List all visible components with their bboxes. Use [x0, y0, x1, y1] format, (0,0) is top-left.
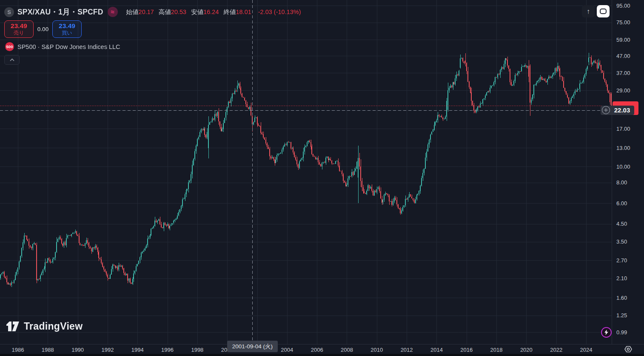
lightning-bolt-icon [604, 330, 609, 335]
symbol-legend-row: S SPX/XAU・1月・SPCFD ≈ 始値20.17 高値20.53 安値1… [4, 7, 301, 17]
tradingview-logo[interactable]: TradingView [6, 321, 83, 332]
candlestick-chart-canvas[interactable] [0, 0, 612, 344]
crosshair-price-pill: 22.03 [601, 106, 634, 115]
sell-label: 売り [14, 30, 24, 36]
price-tick-label: 59.00 [616, 37, 630, 43]
high-value: 高値20.53 [159, 8, 186, 16]
year-tick-label: 2020 [517, 347, 536, 353]
source-text[interactable]: SP500 · S&P Dow Jones Indices LLC [17, 43, 120, 50]
price-tick-label: 8.00 [616, 179, 627, 186]
bottom-strip [0, 354, 644, 356]
year-tick-label: 2010 [368, 347, 386, 353]
sell-price: 23.49 [11, 22, 27, 30]
price-tick-label: 10.00 [616, 164, 630, 170]
price-tick-label: 2.70 [616, 257, 627, 264]
year-tick-label: 2018 [487, 347, 506, 353]
collapse-legend-button[interactable] [4, 55, 20, 65]
chart-title[interactable]: SPX/XAU・1月・SPCFD [17, 7, 103, 17]
arrow-up-icon: ↑ [587, 8, 590, 15]
year-tick-label: 2024 [577, 347, 596, 353]
crosshair-price-label: 22.03 [610, 106, 634, 114]
low-value: 安値16.24 [191, 8, 219, 16]
price-tick-label: 95.00 [616, 3, 630, 9]
year-tick-label: 2004 [278, 347, 296, 353]
sell-button[interactable]: 23.49 売り [4, 20, 34, 38]
trade-buttons-row: 23.49 売り 0.00 23.49 買い [4, 20, 82, 38]
add-alert-plus-icon[interactable] [602, 106, 610, 114]
open-value: 始値20.17 [126, 8, 154, 16]
price-tick-label: 4.50 [616, 221, 627, 227]
buy-price: 23.49 [59, 22, 75, 30]
price-axis[interactable]: 95.0075.0059.0047.0037.0029.0017.0013.00… [612, 0, 644, 344]
crosshair-date-label: 2001-09-04 (火) [227, 341, 278, 352]
tradingview-chart-window: 95.0075.0059.0047.0037.0029.0017.0013.00… [0, 0, 644, 356]
year-tick-label: 2012 [397, 347, 416, 353]
year-tick-label: 1996 [158, 347, 177, 353]
year-tick-label: 2008 [337, 347, 356, 353]
price-tick-label: 75.00 [616, 19, 630, 26]
arrow-up-button[interactable]: ↑ [582, 5, 595, 17]
year-tick-label: 1998 [188, 347, 207, 353]
price-tick-label: 13.00 [616, 145, 630, 151]
year-tick-label: 2022 [547, 347, 566, 353]
year-tick-label: 1994 [128, 347, 147, 353]
close-value: 終値18.01 [223, 8, 251, 16]
year-tick-label: 1988 [38, 347, 57, 353]
year-tick-label: 2016 [457, 347, 476, 353]
price-tick-label: 17.00 [616, 126, 630, 132]
axis-settings-icon[interactable] [623, 344, 633, 354]
price-tick-label: 37.00 [616, 70, 630, 76]
change-value: -2.03 (-10.13%) [258, 9, 301, 15]
price-tick-label: 3.50 [616, 238, 627, 245]
buy-button[interactable]: 23.49 買い [52, 20, 82, 38]
chevron-up-icon [10, 58, 14, 61]
price-tick-label: 2.10 [616, 275, 627, 281]
lightning-marker-icon[interactable] [601, 327, 612, 338]
sp500-badge-icon: 500 [5, 42, 14, 51]
price-tick-label: 1.60 [616, 295, 627, 301]
spread-value: 0.00 [34, 26, 52, 32]
adjusted-data-icon[interactable]: ≈ [108, 7, 118, 17]
price-tick-label: 0.99 [616, 329, 627, 336]
price-tick-label: 29.00 [616, 87, 630, 94]
year-tick-label: 1986 [9, 347, 27, 353]
ohlc-legend: 始値20.17 高値20.53 安値16.24 終値18.01 -2.03 (-… [126, 8, 301, 16]
maximize-button[interactable] [597, 5, 610, 17]
year-tick-label: 1990 [68, 347, 87, 353]
price-tick-label: 47.00 [616, 53, 630, 59]
symbol-source-icon[interactable]: S [4, 7, 14, 17]
frame-icon [600, 9, 607, 14]
year-tick-label: 2006 [308, 347, 326, 353]
tradingview-logo-text: TradingView [24, 321, 83, 332]
tradingview-mark-icon [6, 321, 20, 332]
price-tick-label: 1.25 [616, 312, 627, 319]
year-tick-label: 1992 [98, 347, 117, 353]
price-tick-label: 6.00 [616, 200, 627, 207]
buy-label: 買い [62, 30, 72, 36]
year-tick-label: 2014 [427, 347, 446, 353]
source-row: 500 SP500 · S&P Dow Jones Indices LLC [5, 42, 120, 51]
